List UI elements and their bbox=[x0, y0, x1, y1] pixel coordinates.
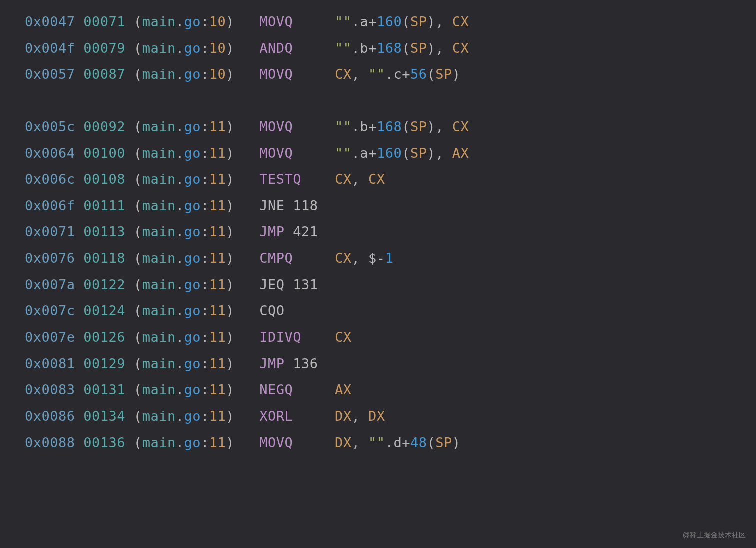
asm-line: 0x007a 00122 (main.go:11) JEQ 131 bbox=[25, 272, 731, 298]
asm-line: 0x0086 00134 (main.go:11) XORL DX, DX bbox=[25, 404, 731, 430]
asm-line: 0x0064 00100 (main.go:11) MOVQ "".a+160(… bbox=[25, 140, 731, 167]
watermark-text: @稀土掘金技术社区 bbox=[683, 528, 746, 542]
asm-line: 0x007c 00124 (main.go:11) CQO bbox=[25, 298, 731, 324]
asm-line: 0x005c 00092 (main.go:11) MOVQ "".b+168(… bbox=[25, 114, 731, 140]
asm-line: 0x0088 00136 (main.go:11) MOVQ DX, "".d+… bbox=[25, 430, 731, 456]
asm-line: 0x0057 00087 (main.go:10) MOVQ CX, "".c+… bbox=[25, 62, 731, 88]
assembly-listing: 0x0047 00071 (main.go:10) MOVQ "".a+160(… bbox=[25, 9, 731, 456]
asm-line: 0x007e 00126 (main.go:11) IDIVQ CX bbox=[25, 324, 731, 351]
asm-line: 0x006f 00111 (main.go:11) JNE 118 bbox=[25, 193, 731, 220]
asm-line: 0x0047 00071 (main.go:10) MOVQ "".a+160(… bbox=[25, 9, 731, 36]
blank-line bbox=[25, 88, 731, 114]
asm-line: 0x0076 00118 (main.go:11) CMPQ CX, $-1 bbox=[25, 246, 731, 272]
asm-line: 0x0081 00129 (main.go:11) JMP 136 bbox=[25, 351, 731, 378]
asm-line: 0x0083 00131 (main.go:11) NEGQ AX bbox=[25, 377, 731, 404]
asm-line: 0x004f 00079 (main.go:10) ANDQ "".b+168(… bbox=[25, 36, 731, 62]
asm-line: 0x0071 00113 (main.go:11) JMP 421 bbox=[25, 219, 731, 246]
asm-line: 0x006c 00108 (main.go:11) TESTQ CX, CX bbox=[25, 166, 731, 193]
